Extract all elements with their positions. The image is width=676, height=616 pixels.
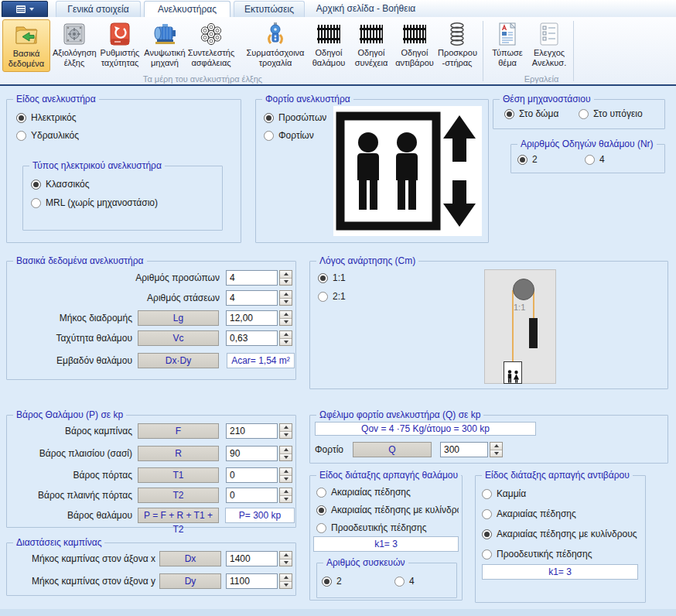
- spinner-load: [440, 442, 488, 457]
- radio-persons[interactable]: Προσώπων: [264, 112, 326, 123]
- cwt-k1-value: k1= 3: [482, 564, 638, 580]
- cabin-length-x-input[interactable]: [226, 551, 278, 566]
- radio-car-instant-braking[interactable]: Ακαριαίας πέδησης: [316, 487, 457, 498]
- radio-label: Ακαριαίας πέδησης με κυλίνδρους: [331, 505, 459, 515]
- checklist-icon: [536, 21, 562, 47]
- rails-icon: [358, 21, 384, 47]
- radio-hydraulic[interactable]: Υδραυλικός: [16, 130, 79, 141]
- door-weight-input[interactable]: [226, 467, 278, 483]
- side-door-weight-input[interactable]: [226, 488, 278, 503]
- radio-basement[interactable]: Στο υπόγειο: [579, 108, 643, 119]
- ribbon-button-safety-factor[interactable]: Συντελεστής ασφάλειας: [186, 19, 237, 72]
- field-label-side-door-weight: Βάρος πλαινής πόρτας: [16, 490, 132, 501]
- radio-button: [482, 509, 492, 519]
- tab-home-help[interactable]: Αρχική σελίδα - Βοήθεια: [308, 1, 424, 17]
- group-counterweight-safety-gear: Είδος διάταξης αρπαγής αντιβάρου Καμμία …: [475, 475, 646, 603]
- radio-button: [16, 131, 26, 141]
- radio-nr-2[interactable]: 2: [517, 154, 538, 165]
- group-cabin-dimensions: Διαστάσεις καμπίνας Μήκος καμπίνας στον …: [6, 542, 296, 596]
- bottom-edge-bar: [0, 609, 676, 616]
- spinner-arrows[interactable]: [279, 310, 292, 326]
- spinner-arrows[interactable]: [279, 551, 292, 566]
- elevator-pictogram: [333, 106, 482, 236]
- cabin-weight-input[interactable]: [226, 423, 278, 439]
- car-speed-input[interactable]: [226, 330, 278, 346]
- symbol-F: F: [138, 423, 219, 439]
- spinner-frame-weight: [226, 446, 278, 461]
- ribbon-button-elevator-check[interactable]: Ελεγχος Ανελκυσ.: [529, 19, 569, 72]
- radio-devices-2[interactable]: 2: [322, 576, 342, 587]
- stops-number-input[interactable]: [226, 290, 278, 306]
- ribbon-button-guides-continued[interactable]: Οδηγοί συνέχεια: [350, 19, 392, 72]
- symbol-Q: Q: [353, 442, 432, 457]
- window: { "tabs": [ {"label": "Γενικά στοιχεία",…: [0, 0, 676, 616]
- radio-devices-4[interactable]: 4: [394, 576, 415, 587]
- radio-classic[interactable]: Κλασσικός: [31, 179, 90, 190]
- rails-icon: [316, 21, 342, 47]
- radio-button: [482, 529, 492, 539]
- radio-label: 4: [409, 576, 415, 587]
- cabin-length-y-input[interactable]: [226, 573, 278, 589]
- radio-label: Ηλεκτρικός: [31, 112, 77, 123]
- tab-anelkystiras[interactable]: Ανελκυστήρας: [144, 1, 230, 18]
- rails-icon: [401, 21, 428, 47]
- radio-goods[interactable]: Φορτίων: [264, 130, 314, 141]
- spinner-arrows[interactable]: [279, 467, 292, 483]
- ribbon-button-speed-governor[interactable]: Ρυθμιστής ταχύτητας: [97, 19, 142, 72]
- cabin-persons-icon: [504, 370, 521, 383]
- group-machine-room-position: Θέση μηχανοστάσιου Στο δώμα Στο υπόγειο: [493, 99, 665, 129]
- radio-car-progressive-braking[interactable]: Προοδευτικής πέδησης: [316, 522, 457, 533]
- radio-cwt-progressive-braking[interactable]: Προοδευτικής πέδησης: [482, 549, 640, 560]
- ribbon-button-print-subject[interactable]: Τύπωσε θέμα: [488, 19, 527, 72]
- ribbon-button-car-guides[interactable]: Οδηγοί θαλάμου: [309, 19, 349, 72]
- radio-cwt-instant-braking[interactable]: Ακαριαίας πέδησης: [482, 508, 640, 519]
- radio-nr-4[interactable]: 4: [585, 154, 605, 165]
- spinner-arrows[interactable]: [279, 330, 292, 346]
- radio-roping-2-1[interactable]: 2:1: [318, 291, 346, 302]
- radio-cwt-instant-braking-rollers[interactable]: Ακαριαίας πέδησης με κυλίνδρους: [482, 529, 643, 539]
- spinner-arrows[interactable]: [490, 442, 503, 457]
- spinner-arrows[interactable]: [279, 423, 292, 439]
- radio-cwt-none[interactable]: Καμμία: [482, 488, 640, 499]
- spinner-arrows[interactable]: [279, 573, 292, 589]
- ribbon-button-hoisting-machine[interactable]: Ανυψωτική μηχανή: [144, 19, 186, 72]
- ribbon-button-counterweight-guides[interactable]: Οδηγοί αντιβάρου: [393, 19, 436, 72]
- symbol-Lg: Lg: [138, 310, 219, 326]
- radio-car-instant-braking-rollers[interactable]: Ακαριαίας πέδησης με κυλίνδρους: [316, 505, 459, 515]
- ribbon-separator: [573, 21, 574, 81]
- load-input[interactable]: [440, 442, 488, 457]
- travel-length-input[interactable]: [226, 310, 278, 326]
- ribbon-group-label-parts: Τα μέρη του ανελκυστήρα έλξης: [143, 74, 262, 84]
- ribbon-button-label: δεδομένα: [9, 59, 44, 68]
- radio-mrl[interactable]: MRL (χωρίς μηχανοστάσιο): [31, 197, 158, 208]
- group-car-weight: Βάρος Θαλάμου (P) σε kp Βάρος καμπίνας F…: [6, 415, 296, 528]
- group-car-guides-number: Αριρθμός Οδηγών θαλάμου (Nr) 2 4: [510, 144, 665, 173]
- symbol-Dy: Dy: [159, 573, 221, 589]
- spinner-door-weight: [226, 467, 278, 483]
- persons-number-input[interactable]: [226, 270, 278, 286]
- frame-weight-input[interactable]: [226, 446, 278, 461]
- ribbon-button-traction-evaluation[interactable]: Αξιολόγηση έλξης: [53, 19, 96, 72]
- group-title: Θέση μηχανοστάσιου: [500, 94, 594, 104]
- ribbon-button-buffer[interactable]: Προσκρου -στήρας: [438, 19, 476, 72]
- cabin-icon: [504, 361, 522, 384]
- ribbon-button-ropes-sheave[interactable]: Συρματόσχοινα τροχαλία: [244, 19, 307, 72]
- group-title: Είδος διάταξης αρπαγής αντιβάρου: [482, 470, 633, 481]
- application-menu-button[interactable]: [2, 1, 48, 18]
- ribbon-button-basic-data[interactable]: Βασικά δεδομένα: [2, 19, 50, 72]
- spinner-arrows[interactable]: [279, 488, 292, 503]
- radio-electric[interactable]: Ηλεκτρικός: [16, 112, 77, 123]
- radio-button: [394, 577, 405, 587]
- spinner-car-speed: [226, 330, 278, 346]
- tab-ektyposeis[interactable]: Εκτυπώσεις: [234, 1, 305, 18]
- group-basic-elevator-data: Βασικά δεδομένα ανελκυστήρα Αριθμός προσ…: [6, 261, 296, 380]
- spinner-arrows[interactable]: [279, 290, 292, 306]
- tab-genika-stoixeia[interactable]: Γενικά στοιχεία: [56, 1, 141, 18]
- radio-rooftop[interactable]: Στο δώμα: [504, 108, 558, 119]
- spinner-arrows[interactable]: [279, 446, 292, 461]
- spinner-arrows[interactable]: [279, 270, 292, 286]
- radio-label: 2: [336, 576, 342, 587]
- radio-roping-1-1[interactable]: 1:1: [318, 272, 346, 283]
- ribbon: Βασικά δεδομένα Αξιολόγηση έλξης Ρυθμιστ…: [0, 17, 676, 86]
- field-label-cabin-weight: Βάρος καμπίνας: [16, 426, 132, 436]
